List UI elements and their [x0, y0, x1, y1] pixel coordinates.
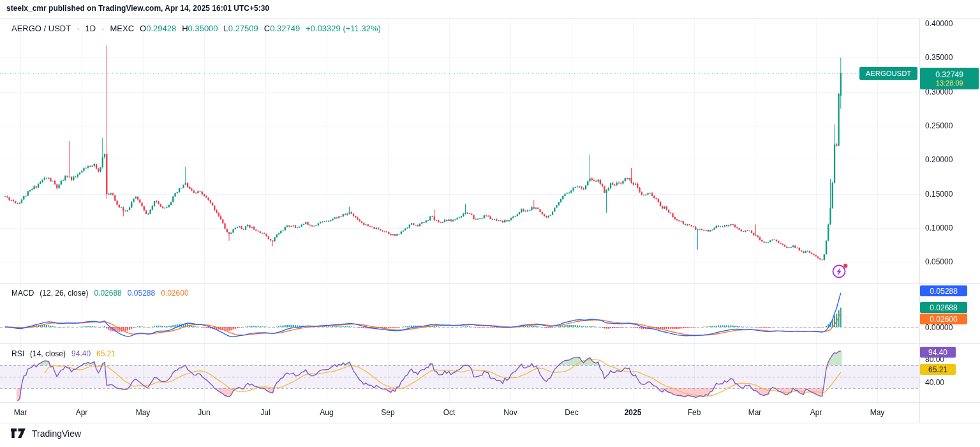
legend-dot: ·: [77, 24, 79, 33]
time-axis-label: Apr: [810, 408, 822, 417]
time-axis-label: Oct: [443, 408, 456, 417]
price-axis-label: 0.20000: [925, 155, 953, 164]
macd-line-value: 0.05288: [128, 289, 155, 298]
macd-legend[interactable]: MACD (12, 26, close) 0.02688 0.05288 0.0…: [11, 289, 189, 298]
tradingview-logo-text: TradingView: [32, 428, 81, 439]
time-axis-label: Mar: [748, 408, 762, 417]
rsi-pane-separator[interactable]: [0, 343, 980, 344]
time-axis-label: Feb: [688, 408, 701, 417]
price-axis-label: 0.35000: [925, 53, 953, 62]
rsi-ma-badge: 65.21: [920, 364, 956, 375]
price-axis-label: 0.05000: [925, 257, 953, 266]
macd-signal-badge: 0.02600: [920, 314, 967, 324]
current-price-badge: 0.32749 13:28:09: [920, 68, 979, 89]
macd-hist-badge: 0.02688: [920, 302, 967, 313]
time-axis-label: Mar: [14, 408, 27, 417]
tradingview-published-chart: { "attribution": {"text": "steelx_cmr pu…: [0, 0, 980, 447]
chart-top-border: [0, 19, 980, 19]
price-axis-label: 0.15000: [925, 190, 953, 199]
time-axis-label: 2025: [625, 408, 642, 417]
time-axis-label: Jul: [260, 408, 270, 417]
macd-line-badge: 0.05288: [920, 285, 967, 296]
symbol-legend[interactable]: AERGO / USDT · 1D · MEXC O0.29428 H0.350…: [11, 24, 381, 33]
ohlc-low: L0.27509: [224, 24, 258, 33]
time-axis-label: Dec: [565, 408, 578, 417]
price-chart-canvas[interactable]: [0, 0, 980, 447]
price-axis-label: 0.40000: [925, 19, 953, 28]
symbol-title[interactable]: AERGO / USDT: [11, 24, 71, 33]
macd-params: (12, 26, close): [40, 289, 88, 298]
symbol-exchange[interactable]: MEXC: [110, 24, 135, 33]
rsi-legend[interactable]: RSI (14, close) 94.40 65.21: [11, 349, 115, 358]
ohlc-high: H0.35000: [182, 24, 218, 33]
macd-hist-value: 0.02688: [94, 289, 121, 298]
legend-dot: ·: [101, 24, 104, 33]
time-axis-label: Aug: [320, 408, 333, 417]
ohlc-change: +0.03329 (+11.32%): [306, 24, 381, 33]
time-axis-label: Apr: [76, 408, 88, 417]
rsi-ma-value: 65.21: [96, 349, 115, 358]
rsi-params: (14, close): [30, 349, 66, 358]
rsi-badge: 94.40: [920, 347, 956, 358]
time-axis-label: Jun: [198, 408, 210, 417]
price-axis-label: 0.10000: [925, 224, 953, 232]
tradingview-logo-icon: [10, 428, 27, 439]
rsi-value: 94.40: [71, 349, 91, 358]
macd-signal-value: 0.02600: [161, 289, 188, 298]
ohlc-open: O0.29428: [140, 24, 176, 33]
tradingview-logo[interactable]: TradingView: [10, 428, 81, 439]
time-axis-label: May: [870, 408, 885, 417]
current-price-value: 0.32749: [935, 71, 963, 79]
rsi-title[interactable]: RSI: [11, 349, 24, 358]
macd-title[interactable]: MACD: [11, 289, 34, 298]
time-axis-label: Nov: [503, 408, 517, 417]
candle-countdown: 13:28:09: [936, 80, 963, 87]
chart-bottom-border: [0, 423, 980, 423]
attribution-text: steelx_cmr published on TradingView.com,…: [6, 4, 269, 13]
flash-event-icon[interactable]: [831, 262, 849, 280]
time-axis-label: May: [136, 408, 151, 417]
time-axis-separator: [0, 402, 980, 403]
macd-zero-label: 0.00000: [925, 323, 953, 332]
rsi-lower-label: 40.00: [925, 378, 944, 387]
price-axis-label: 0.25000: [925, 121, 953, 130]
symbol-name-tag: AERGOUSDT: [859, 67, 917, 80]
ohlc-close: C0.32749: [264, 24, 300, 33]
macd-pane-separator[interactable]: [0, 283, 980, 284]
symbol-interval[interactable]: 1D: [85, 24, 96, 33]
time-axis-label: Sep: [381, 408, 394, 417]
